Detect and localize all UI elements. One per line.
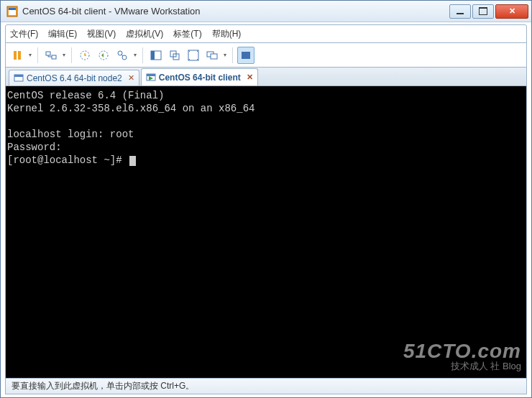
multimon-dropdown[interactable]: ▾: [222, 52, 228, 58]
titlebar: CentOS 64-bit client - VMware Workstatio…: [1, 1, 531, 22]
close-button[interactable]: [495, 4, 528, 19]
svg-rect-23: [147, 74, 155, 76]
separator: [37, 47, 38, 63]
app-icon: [6, 6, 18, 17]
menu-tabs[interactable]: 标签(T): [173, 28, 201, 40]
unity-button[interactable]: [166, 47, 183, 64]
svg-rect-18: [211, 54, 217, 59]
tab-client[interactable]: CentOS 64-bit client ✕: [141, 68, 258, 85]
tab-label: CentOS 64-bit client: [159, 73, 241, 83]
console-output: CentOS release 6.4 (Final) Kernel 2.6.32…: [6, 86, 526, 170]
minimize-button[interactable]: [449, 4, 471, 19]
maximize-button[interactable]: [472, 4, 494, 19]
svg-rect-5: [46, 52, 50, 55]
menu-view[interactable]: 视图(V): [87, 28, 116, 40]
vm-icon: [14, 73, 24, 83]
tab-label: CentOS 6.4 64-bit node2: [27, 73, 122, 83]
statusbar: 要直接输入到此虚拟机，单击内部或按 Ctrl+G。: [5, 379, 527, 394]
network-dropdown[interactable]: ▾: [61, 52, 67, 58]
svg-rect-19: [242, 52, 250, 59]
svg-rect-2: [9, 8, 16, 10]
svg-rect-16: [188, 50, 198, 60]
menu-vm[interactable]: 虚拟机(V): [126, 28, 163, 40]
snapshot-dropdown[interactable]: ▾: [132, 52, 138, 58]
menu-file[interactable]: 文件(F): [10, 28, 38, 40]
status-text: 要直接输入到此虚拟机，单击内部或按 Ctrl+G。: [12, 380, 194, 392]
svg-rect-21: [14, 75, 23, 77]
snapshot-take-button[interactable]: [76, 47, 93, 64]
svg-rect-13: [151, 51, 155, 60]
console-area[interactable]: CentOS release 6.4 (Final) Kernel 2.6.32…: [5, 86, 527, 379]
tab-close-icon[interactable]: ✕: [128, 73, 134, 83]
stretch-button[interactable]: [237, 47, 254, 64]
snapshot-manage-button[interactable]: [114, 47, 131, 64]
separator: [71, 47, 72, 63]
menu-help[interactable]: 帮助(H): [212, 28, 242, 40]
fullscreen-button[interactable]: [185, 47, 202, 64]
snapshot-revert-button[interactable]: [95, 47, 112, 64]
window-title: CentOS 64-bit client - VMware Workstatio…: [22, 6, 448, 17]
menubar: 文件(F) 编辑(E) 视图(V) 虚拟机(V) 标签(T) 帮助(H): [5, 24, 527, 43]
tab-close-icon[interactable]: ✕: [247, 73, 253, 82]
svg-rect-4: [18, 51, 21, 60]
separator: [232, 47, 233, 63]
svg-rect-6: [52, 55, 56, 59]
svg-rect-3: [14, 51, 17, 60]
vmware-window: CentOS 64-bit client - VMware Workstatio…: [0, 0, 532, 398]
tab-node2[interactable]: CentOS 6.4 64-bit node2 ✕: [9, 70, 139, 85]
menu-edit[interactable]: 编辑(E): [48, 28, 77, 40]
toolbar: ▾ ▾ ▾ ▾: [5, 43, 527, 68]
svg-line-11: [121, 55, 123, 56]
network-button[interactable]: [42, 47, 60, 64]
vm-running-icon: [146, 73, 156, 83]
multimon-button[interactable]: [203, 47, 221, 64]
pause-button[interactable]: [9, 47, 26, 64]
separator: [142, 47, 143, 63]
tabbar: CentOS 6.4 64-bit node2 ✕ CentOS 64-bit …: [5, 68, 527, 86]
window-buttons: [448, 4, 528, 19]
show-console-button[interactable]: [147, 47, 165, 64]
pause-dropdown[interactable]: ▾: [27, 52, 33, 58]
cursor: [129, 156, 136, 166]
